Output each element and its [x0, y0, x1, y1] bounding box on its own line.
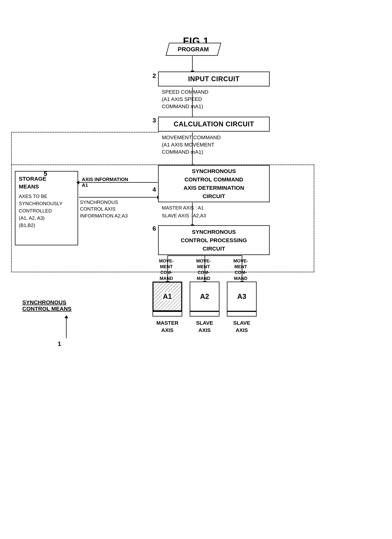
label-5: 5	[44, 170, 47, 177]
dashed-line-horizontal	[11, 132, 159, 133]
sync-proc-line2: CONTROL PROCESSING	[181, 236, 247, 244]
label-3: 3	[152, 117, 156, 124]
motor-a3-label: A3	[237, 293, 246, 301]
storage-line5: (B1,B2)	[19, 222, 74, 229]
move-cmd-label-a1: MOVE- MENT COM- MAND	[159, 258, 174, 281]
axis-det-line1: SYNCHRONOUS	[184, 167, 244, 175]
move-cmd-line2: (A1 AXIS MOVEMENT	[162, 141, 221, 148]
axis-det-content: SYNCHRONOUS CONTROL COMMAND AXIS DETERMI…	[184, 167, 244, 200]
axis-det-line3: AXIS DETERMINATION	[184, 184, 244, 192]
arrow-program-to-input	[192, 56, 193, 71]
sync-axis-line2: CONTROL AXIS	[80, 206, 128, 212]
input-circuit-label: INPUT CIRCUIT	[188, 75, 240, 83]
calc-circuit-label: CALCULATION CIRCUIT	[174, 120, 254, 128]
sync-proc-circuit-box: SYNCHRONOUS CONTROL PROCESSING CIRCUIT	[158, 225, 270, 255]
motor-base-a3	[227, 311, 257, 317]
move-cmd-label-a2: MOVE- MENT COM- MAND	[196, 258, 211, 281]
axis-det-line4: CIRCUIT	[184, 192, 244, 200]
motor-label-a3: SLAVE AXIS	[227, 319, 257, 334]
move-cmd-line3: COMMAND mA1)	[162, 148, 221, 156]
sync-proc-content: SYNCHRONOUS CONTROL PROCESSING CIRCUIT	[181, 228, 247, 253]
motor-label-a1: MASTER AXIS	[152, 319, 182, 334]
arrow-axis-info-a1	[79, 182, 158, 183]
input-circuit-box: INPUT CIRCUIT	[158, 72, 270, 87]
axis-det-circuit-box: SYNCHRONOUS CONTROL COMMAND AXIS DETERMI…	[158, 165, 270, 202]
motor-a3: A3	[227, 282, 257, 311]
motor-a2: A2	[190, 282, 219, 311]
axis-info-line1: AXIS INFORMATION	[82, 177, 128, 182]
label-1: 1	[58, 340, 61, 347]
dashed-line-vertical-left	[11, 132, 12, 165]
storage-title-line1: STORAGE MEANS	[19, 176, 46, 190]
motor-base-a2	[190, 311, 219, 317]
speed-command-text: SPEED COMMAND (A1 AXIS SPEED COMMAND mA1…	[162, 88, 208, 110]
sync-axis-line1: SYNCHRONOUS	[80, 199, 128, 206]
sync-means-line1: SYNCHRONOUS	[22, 299, 71, 306]
storage-content: AXES TO BE SYNCHRONOUSLY CONTROLLED (A1,…	[19, 193, 74, 229]
sync-means-line2: CONTROL MEANS	[22, 306, 71, 312]
label-6: 6	[152, 225, 156, 232]
calc-circuit-box: CALCULATION CIRCUIT	[158, 117, 270, 132]
move-cmd-line1: MOVEMENT COMMAND	[162, 134, 221, 141]
storage-line2: SYNCHRONOUSLY	[19, 200, 74, 207]
axis-det-line2: CONTROL COMMAND	[184, 175, 244, 184]
sync-axis-info-label: SYNCHRONOUS CONTROL AXIS INFORMATION A2,…	[80, 199, 128, 219]
motor-base-a1	[152, 311, 182, 317]
storage-line4: (A1, A2, A3)	[19, 215, 74, 222]
speed-cmd-line1: SPEED COMMAND	[162, 88, 208, 96]
master-slave-text: MASTER AXIS : A1 SLAVE AXIS : A2,A3	[162, 204, 206, 220]
diagram: FIG.1 PROGRAM 2 INPUT CIRCUIT SPEED COMM…	[0, 24, 392, 535]
arrow-axisdet-to-syncproc	[192, 202, 193, 225]
storage-line1: AXES TO BE	[19, 193, 74, 200]
movement-command-text: MOVEMENT COMMAND (A1 AXIS MOVEMENT COMMA…	[162, 134, 221, 156]
speed-cmd-line2: (A1 AXIS SPEED	[162, 96, 208, 103]
program-box: PROGRAM	[166, 43, 221, 56]
storage-line3: CONTROLLED	[19, 207, 74, 215]
sync-axis-line3: INFORMATION A2,A3	[80, 212, 128, 219]
motor-a1: A1	[152, 282, 182, 311]
storage-means-box: STORAGE MEANS AXES TO BE SYNCHRONOUSLY C…	[15, 171, 78, 245]
sync-proc-line1: SYNCHRONOUS	[181, 228, 247, 236]
master-axis-line: MASTER AXIS : A1	[162, 204, 206, 212]
slave-axis-line: SLAVE AXIS : A2,A3	[162, 212, 206, 220]
sync-proc-line3: CIRCUIT	[181, 244, 247, 253]
program-label: PROGRAM	[178, 46, 209, 53]
move-cmd-label-a3: MOVE- MENT COM- MAND	[233, 258, 248, 281]
arrow-label-1	[66, 318, 67, 338]
motor-a2-label: A2	[200, 293, 209, 301]
arrow-sync-axis-info	[79, 197, 158, 197]
sync-control-means-label: SYNCHRONOUS CONTROL MEANS	[22, 299, 71, 312]
motor-label-a2: SLAVE AXIS	[190, 319, 219, 334]
axis-info-line2: A1	[82, 182, 128, 188]
label-4: 4	[152, 186, 156, 193]
label-2: 2	[152, 72, 156, 79]
speed-cmd-line3: COMMAND mA1)	[162, 103, 208, 110]
motor-a1-label: A1	[162, 292, 173, 301]
